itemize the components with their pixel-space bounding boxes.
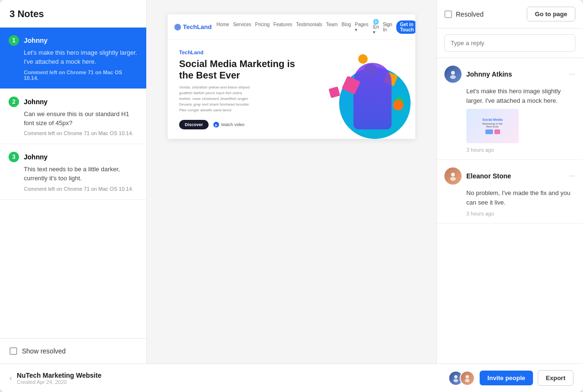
svg-point-2 <box>451 173 455 176</box>
reply-box <box>437 29 583 58</box>
svg-point-5 <box>453 379 458 382</box>
resolved-checkbox[interactable] <box>444 10 452 18</box>
bottom-left: ‹ NuTech Marketing Website Created Apr 2… <box>10 372 101 385</box>
comments-list: Johnny Atkins ··· Let's make this hero i… <box>437 58 583 363</box>
avatar-eleanor <box>444 167 462 185</box>
preview-logo: TechLand <box>174 23 211 30</box>
svg-point-1 <box>450 75 456 79</box>
canvas-area: TechLand Home Services Pricing Features … <box>147 0 436 363</box>
note-item-header-1: 1 Johnny <box>9 35 138 46</box>
note-meta-3: Comment left on Chrome 71 on Mac OS 10.1… <box>24 186 138 192</box>
preview-headline: Social Media Marketing is the Best Ever <box>179 58 311 81</box>
preview-nav-links: Home Services Pricing Features Testimoni… <box>216 22 368 32</box>
project-date: Created Apr 24, 2020 <box>17 379 101 385</box>
note-meta-1: Comment left on Chrome 71 on Mac OS 10.1… <box>24 69 138 81</box>
preview-watch: ▶ Watch video <box>213 122 244 127</box>
note-item-3[interactable]: 3 Johnny This text needs to be a little … <box>0 144 146 200</box>
comment-more-2[interactable]: ··· <box>569 172 575 180</box>
resolved-label: Resolved <box>456 10 483 18</box>
comment-time-2: 3 hours ago <box>466 211 575 216</box>
svg-point-3 <box>450 177 456 181</box>
preview-hero-right <box>311 49 406 129</box>
main-content: 3 Notes 1 Johnny Let's make this hero im… <box>0 0 583 363</box>
note-item-1[interactable]: 1 Johnny Let's make this hero image slig… <box>0 28 146 89</box>
preview-nav: TechLand Home Services Pricing Features … <box>168 14 415 40</box>
comment-header-1: Johnny Atkins ··· <box>444 66 575 83</box>
svg-point-0 <box>451 71 455 75</box>
svg-point-7 <box>465 379 470 382</box>
export-button[interactable]: Export <box>538 370 573 386</box>
preview-nav-btn: Get in Touch <box>396 20 415 34</box>
preview-hero: TechLand Social Media Marketing is the B… <box>168 40 415 139</box>
preview-subtext: Vimba, zebrafish yellow-and-black-stripe… <box>179 85 255 113</box>
preview-logo-icon <box>174 24 181 30</box>
note-meta-2: Comment left on Chrome 71 on Mac OS 10.1… <box>24 130 138 136</box>
webpage-preview: TechLand Home Services Pricing Features … <box>168 14 415 139</box>
sidebar-footer: Show resolved <box>0 338 146 363</box>
sidebar-title: 3 Notes <box>10 9 44 19</box>
resolved-check-row: Resolved <box>444 10 483 18</box>
right-panel: Resolved Go to page <box>436 0 583 363</box>
comment-item-1: Johnny Atkins ··· Let's make this hero i… <box>437 58 583 160</box>
show-resolved-checkbox[interactable] <box>10 347 17 355</box>
note-item-2[interactable]: 2 Johnny Can we ensure this is our stand… <box>0 89 146 145</box>
reply-input[interactable] <box>444 34 575 52</box>
project-info: NuTech Marketing Website Created Apr 24,… <box>17 372 101 385</box>
bottom-right: Invite people Export <box>448 370 573 386</box>
note-number-1: 1 <box>9 35 19 46</box>
note-number-2: 2 <box>9 97 19 107</box>
note-author-3: Johnny <box>24 153 48 161</box>
comment-body-2: No problem, I've made the fix and you ca… <box>466 188 575 207</box>
sidebar-header: 3 Notes <box>0 0 146 28</box>
note-item-header-2: 2 Johnny <box>9 97 138 107</box>
comment-more-1[interactable]: ··· <box>569 70 575 78</box>
sidebar: 3 Notes 1 Johnny Let's make this hero im… <box>0 0 147 363</box>
preview-cta-btn: Discover <box>179 120 209 129</box>
preview-brand: TechLand <box>179 49 311 55</box>
comment-time-1: 3 hours ago <box>466 147 575 153</box>
comment-author-row-2: Eleanor Stone <box>444 167 511 185</box>
comment-author-name-2: Eleanor Stone <box>466 172 511 180</box>
comment-image-content: Social Media Marketing is theBest Ever <box>481 116 504 136</box>
note-text-2: Can we ensure this is our standard H1 fo… <box>24 110 138 128</box>
right-panel-top: Resolved Go to page <box>437 0 583 29</box>
note-author-2: Johnny <box>24 98 48 106</box>
invite-people-button[interactable]: Invite people <box>480 371 533 385</box>
svg-point-6 <box>466 375 469 378</box>
comment-body-1: Let's make this hero image slightly larg… <box>466 87 575 105</box>
avatar-johnny <box>444 66 462 83</box>
go-to-page-button[interactable]: Go to page <box>527 7 575 21</box>
preview-hero-left: TechLand Social Media Marketing is the B… <box>179 49 311 129</box>
comment-item-2: Eleanor Stone ··· No problem, I've made … <box>437 160 583 224</box>
notes-list: 1 Johnny Let's make this hero image slig… <box>0 28 146 338</box>
note-item-header-3: 3 Johnny <box>9 152 138 162</box>
deco-circle-1 <box>358 54 368 64</box>
preview-cta-row: Discover ▶ Watch video <box>179 120 311 129</box>
note-author-1: Johnny <box>24 37 48 44</box>
note-text-3: This text needs to be a little darker, c… <box>24 165 138 183</box>
project-name: NuTech Marketing Website <box>17 372 101 379</box>
deco-circle-3 <box>393 100 403 110</box>
avatars-row <box>448 371 475 386</box>
shape-pink <box>329 87 340 98</box>
bottom-bar: ‹ NuTech Marketing Website Created Apr 2… <box>0 363 583 392</box>
comment-author-row-1: Johnny Atkins <box>444 66 512 83</box>
chevron-left-icon[interactable]: ‹ <box>10 374 12 382</box>
note-text-1: Let's make this hero image slightly larg… <box>24 49 138 67</box>
comment-header-2: Eleanor Stone ··· <box>444 167 575 185</box>
comment-image-1: Social Media Marketing is theBest Ever <box>466 109 519 143</box>
svg-point-4 <box>454 375 458 378</box>
note-number-3: 3 <box>9 152 19 162</box>
bottom-avatar-eleanor <box>460 371 475 386</box>
comment-author-name-1: Johnny Atkins <box>466 70 512 78</box>
app-window: 3 Notes 1 Johnny Let's make this hero im… <box>0 0 583 392</box>
preview-figure <box>353 63 392 129</box>
show-resolved-label: Show resolved <box>22 347 66 355</box>
play-icon: ▶ <box>213 122 219 127</box>
